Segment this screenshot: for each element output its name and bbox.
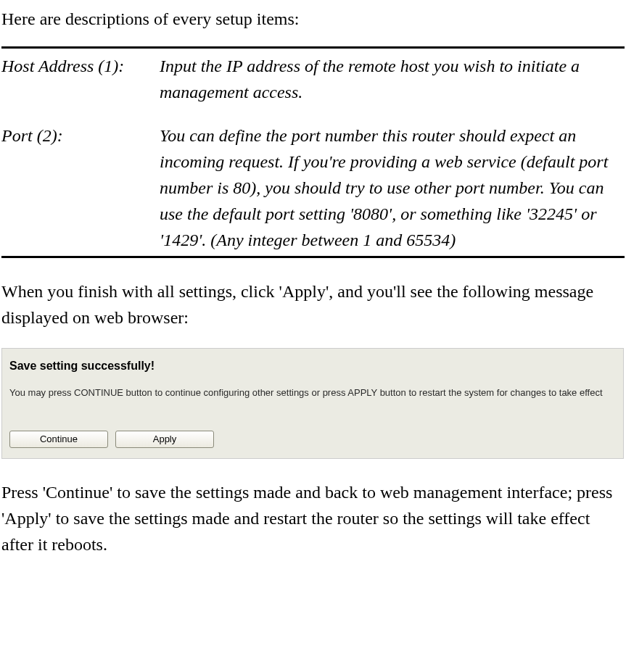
definition-term: Host Address (1): (1, 48, 160, 119)
definition-description: You can define the port number this rout… (160, 118, 625, 257)
closing-paragraph: Press 'Continue' to save the settings ma… (1, 479, 625, 557)
table-row: Port (2): You can define the port number… (1, 118, 625, 257)
after-table-paragraph: When you finish with all settings, click… (1, 278, 625, 331)
dialog-title: Save setting successfully! (9, 357, 616, 375)
apply-button[interactable]: Apply (115, 431, 214, 448)
intro-paragraph: Here are descriptions of every setup ite… (1, 6, 625, 32)
definitions-table: Host Address (1): Input the IP address o… (1, 46, 625, 258)
dialog-button-row: Continue Apply (9, 431, 616, 448)
continue-button[interactable]: Continue (9, 431, 108, 448)
dialog-message: You may press CONTINUE button to continu… (9, 386, 616, 400)
definition-description: Input the IP address of the remote host … (160, 48, 625, 119)
table-row: Host Address (1): Input the IP address o… (1, 48, 625, 119)
definition-term: Port (2): (1, 118, 160, 257)
save-dialog-panel: Save setting successfully! You may press… (1, 348, 624, 459)
